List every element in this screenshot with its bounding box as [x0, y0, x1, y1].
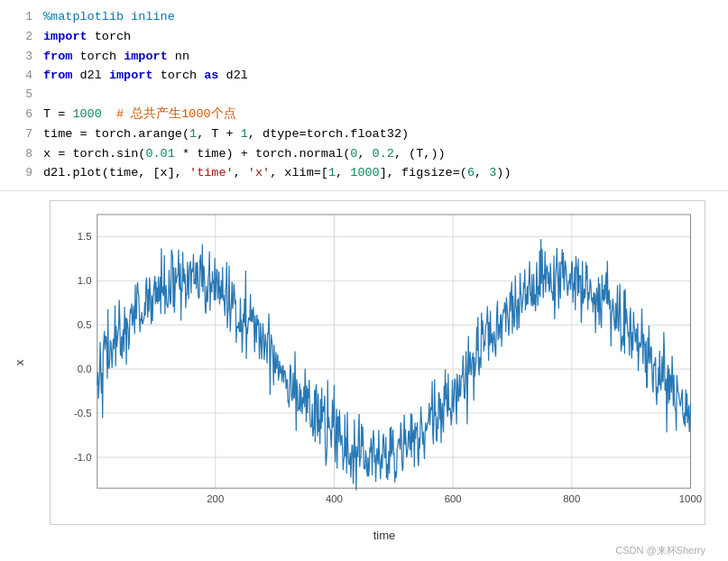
chart-container: x 1.51.00.50.0-0.5-1.02004006008001000 t… — [0, 191, 728, 561]
token: 'time' — [189, 166, 234, 179]
token: , xlim=[ — [270, 166, 328, 179]
code-content: time = torch.arange(1, T + 1, dtype=torc… — [43, 124, 409, 144]
svg-text:1.5: 1.5 — [78, 232, 92, 243]
code-line: 9d2l.plot(time, [x], 'time', 'x', xlim=[… — [0, 163, 728, 183]
svg-text:-0.5: -0.5 — [74, 408, 92, 418]
token: x = torch.sin( — [43, 147, 145, 161]
token: 0.2 — [373, 147, 394, 161]
y-axis-label: x — [13, 360, 26, 366]
code-content: x = torch.sin(0.01 * time) + torch.norma… — [43, 144, 446, 164]
token: 1000 — [350, 166, 379, 179]
svg-text:-1.0: -1.0 — [74, 452, 92, 463]
token: import — [43, 30, 88, 43]
token: , dtype=torch.float32) — [248, 127, 409, 141]
svg-text:0.5: 0.5 — [78, 320, 92, 331]
svg-text:0.0: 0.0 — [78, 363, 92, 374]
code-line: 6T = 1000 # 总共产生1000个点 — [0, 105, 728, 124]
line-number: 1 — [7, 8, 32, 27]
code-content: d2l.plot(time, [x], 'time', 'x', xlim=[1… — [43, 163, 511, 183]
chart-area: 1.51.00.50.0-0.5-1.02004006008001000 — [50, 200, 705, 525]
watermark: CSDN @来杯Sherry — [9, 544, 705, 557]
token: 1 — [189, 127, 197, 141]
token: , — [357, 147, 372, 161]
line-number: 9 — [7, 164, 32, 183]
token: from — [43, 50, 72, 63]
code-line: 1%matplotlib inline — [0, 7, 728, 27]
token: %matplotlib inline — [43, 10, 175, 23]
svg-text:600: 600 — [445, 494, 462, 505]
code-line: 7time = torch.arange(1, T + 1, dtype=tor… — [0, 124, 728, 144]
token: 'x' — [248, 166, 270, 179]
x-axis-label: time — [50, 529, 719, 542]
token: , — [234, 166, 248, 179]
main-container: 1%matplotlib inline2import torch3from to… — [0, 0, 728, 561]
svg-text:800: 800 — [563, 494, 580, 505]
token: , T + — [197, 127, 241, 141]
line-number: 2 — [7, 28, 32, 47]
svg-text:400: 400 — [326, 494, 343, 505]
token: )) — [496, 166, 511, 179]
token: nn — [168, 50, 189, 63]
token — [102, 107, 116, 121]
token: import — [109, 69, 153, 82]
token: , — [336, 166, 350, 179]
token: * time) + torch.normal( — [175, 147, 350, 161]
token: from — [43, 69, 72, 82]
token: , (T,)) — [394, 147, 446, 161]
token: d2l — [72, 69, 109, 82]
token: as — [204, 69, 218, 82]
token: torch — [88, 30, 132, 43]
token: d2l.plot(time, [x], — [43, 166, 189, 179]
token: 1 — [241, 127, 248, 141]
chart-svg: 1.51.00.50.0-0.5-1.02004006008001000 — [51, 201, 705, 524]
code-content: from d2l import torch as d2l — [43, 66, 248, 86]
line-number: 7 — [7, 125, 32, 144]
code-line: 2import torch — [0, 27, 728, 47]
token: torch — [72, 50, 124, 63]
token: torch — [153, 69, 205, 82]
token: 0.01 — [145, 147, 174, 161]
line-number: 5 — [7, 86, 32, 105]
token: , — [475, 166, 489, 179]
token: 1000 — [72, 107, 101, 121]
svg-text:200: 200 — [207, 494, 224, 505]
line-number: 6 — [7, 106, 32, 124]
token: 6 — [467, 166, 475, 179]
token: ], figsize=( — [380, 166, 467, 179]
code-line: 4from d2l import torch as d2l — [0, 66, 728, 86]
code-content: %matplotlib inline — [43, 7, 175, 27]
token: # 总共产生1000个点 — [116, 107, 236, 121]
svg-text:1000: 1000 — [679, 494, 702, 505]
token: d2l — [218, 69, 247, 82]
token: T = — [43, 107, 72, 121]
code-line: 3from torch import nn — [0, 47, 728, 67]
code-block: 1%matplotlib inline2import torch3from to… — [0, 0, 728, 191]
token: 1 — [328, 166, 336, 179]
token: import — [124, 50, 168, 63]
line-number: 4 — [7, 67, 32, 86]
code-line: 5 — [0, 86, 728, 105]
code-content: from torch import nn — [43, 47, 189, 67]
token: time = torch.arange( — [43, 127, 189, 141]
svg-text:1.0: 1.0 — [78, 276, 92, 287]
code-line: 8x = torch.sin(0.01 * time) + torch.norm… — [0, 144, 728, 164]
code-content: T = 1000 # 总共产生1000个点 — [43, 105, 236, 124]
line-number: 3 — [7, 48, 32, 67]
line-number: 8 — [7, 145, 32, 164]
code-content: import torch — [43, 27, 131, 47]
